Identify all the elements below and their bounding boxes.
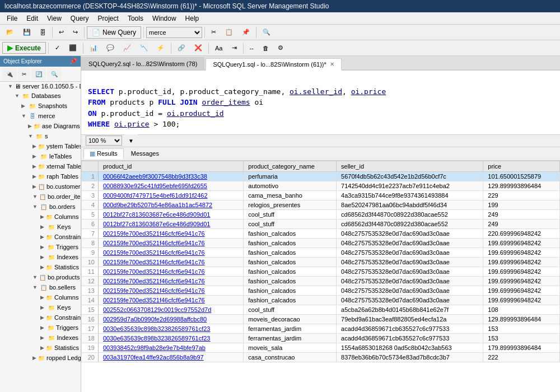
sidebar-item-orders[interactable]: ▼ 📋 bo.orders bbox=[0, 202, 81, 212]
database-dropdown[interactable]: merce bbox=[146, 27, 202, 38]
filter-btn[interactable]: 🔍 bbox=[47, 68, 62, 80]
cell-product-id[interactable]: 002159fe700ed3521f46cfcf6e941c76 bbox=[99, 238, 244, 248]
results-tab[interactable]: ▦ Results bbox=[83, 148, 124, 159]
parse-btn[interactable]: ✓ bbox=[51, 42, 64, 54]
sidebar-item-order-items[interactable]: ▼ 📋 bo.order_items bbox=[0, 192, 81, 202]
sidebar-item-statistics-1[interactable]: ▶ 📁 Statistics bbox=[0, 262, 81, 272]
sidebar-item-graph-tables[interactable]: ▶ 📁 raph Tables bbox=[0, 171, 81, 181]
cell-product-id[interactable]: 0012bf27c813603687e6ce486d909d01 bbox=[99, 209, 244, 219]
comment-btn[interactable]: -- bbox=[246, 42, 258, 54]
sidebar-item-triggers-1[interactable]: ▶ 📁 Triggers bbox=[0, 242, 81, 252]
zoom-dropdown[interactable]: 100 % 75 % 125 % 150 % bbox=[86, 136, 122, 146]
search-btn[interactable]: 🔍 bbox=[259, 26, 274, 39]
sidebar-item-external-tables[interactable]: ▶ 📁 xternal Tables bbox=[0, 161, 81, 171]
sidebar-item-snapshots[interactable]: ▶ 📁 Snapshots bbox=[0, 101, 81, 111]
menu-tools[interactable]: Tools bbox=[123, 13, 148, 24]
sidebar-item-keys-2[interactable]: ▶ 📁 Keys bbox=[0, 302, 81, 312]
cell-product-id[interactable]: 0030e635639c898b323826589761cf23 bbox=[99, 324, 244, 333]
sidebar-item-merce[interactable]: ▼ 🗄 merce bbox=[0, 111, 81, 121]
cell-product-id[interactable]: 0030e635639c898b323826589761cf23 bbox=[99, 333, 244, 343]
client-stats-btn[interactable]: 📉 bbox=[136, 42, 152, 54]
cell-product-id[interactable]: 002159fe700ed3521f46cfcf6e941c76 bbox=[99, 286, 244, 295]
cell-product-id[interactable]: 000d9be29b5207b54e86aa1b1ac54872 bbox=[99, 200, 244, 209]
menu-file[interactable]: File bbox=[2, 13, 22, 24]
cell-product-id[interactable]: 002159fe700ed3521f46cfcf6e941c76 bbox=[99, 276, 244, 286]
save-all-btn[interactable]: 🗄 bbox=[36, 26, 50, 39]
cell-product-id[interactable]: 002959d7a0b0990fe2d69988affcbc80 bbox=[99, 314, 244, 324]
sidebar-item-sellers[interactable]: ▼ 📋 bo.sellers bbox=[0, 282, 81, 292]
sidebar-item-diagrams[interactable]: ▶ 📁 ase Diagrams bbox=[0, 121, 81, 131]
cell-product-id[interactable]: 00066f42aeeb9f3007548bb9d3f33c38 bbox=[99, 171, 244, 181]
cell-product-id[interactable]: 002159fe700ed3521f46cfcf6e941c76 bbox=[99, 295, 244, 305]
cut-btn[interactable]: ✂ bbox=[207, 26, 220, 39]
sidebar-item-statistics-2[interactable]: ▶ 📁 Statistics bbox=[0, 343, 81, 353]
cell-product-id[interactable]: 002159fe700ed3521f46cfcf6e941c76 bbox=[99, 267, 244, 276]
menu-help[interactable]: Help bbox=[181, 13, 204, 24]
cell-product-id[interactable]: 003a31970fea14ffe92ac856b8a9b97 bbox=[99, 352, 244, 362]
menu-window[interactable]: Window bbox=[148, 13, 181, 24]
copy-btn[interactable]: 📋 bbox=[221, 26, 237, 39]
indent-btn[interactable]: ⇥ bbox=[228, 42, 241, 54]
undo-btn[interactable]: ↩ bbox=[55, 26, 68, 39]
sidebar-pin-icon[interactable]: 📌 bbox=[69, 58, 77, 65]
cell-product-id[interactable]: 002159fe700ed3521f46cfcf6e941c76 bbox=[99, 257, 244, 267]
messages-btn[interactable]: 💬 bbox=[102, 42, 118, 54]
sidebar-item-dropped-ledger[interactable]: ▶ 📁 ropped Ledger Tables bbox=[0, 353, 81, 363]
save-btn[interactable]: 💾 bbox=[19, 26, 35, 39]
options-btn[interactable]: ⚙ bbox=[274, 42, 287, 54]
sidebar-item-databases[interactable]: ▼ 📁 Databases bbox=[0, 91, 81, 101]
format-btn[interactable]: Aa bbox=[211, 42, 226, 54]
connection-btn[interactable]: 🔗 bbox=[174, 42, 189, 54]
sidebar-item-constraints-1[interactable]: ▶ 📁 Constraints bbox=[0, 232, 81, 242]
col-category[interactable]: product_category_name bbox=[244, 161, 337, 171]
sidebar-item-triggers-2[interactable]: ▶ 📁 Triggers bbox=[0, 323, 81, 333]
menu-edit[interactable]: Edit bbox=[22, 13, 43, 24]
col-price[interactable]: price bbox=[483, 161, 560, 171]
cell-product-id[interactable]: 0012bf27c813603687e6ce486d909d01 bbox=[99, 219, 244, 228]
tab-close-icon[interactable]: ✕ bbox=[330, 61, 334, 67]
sidebar-server[interactable]: ▼ 🖥 server 16.0.1050.5 - DESKTO bbox=[0, 82, 81, 91]
col-seller-id[interactable]: seller_id bbox=[337, 161, 483, 171]
include-actual-plan-btn[interactable]: 📈 bbox=[119, 42, 135, 54]
tab-query2[interactable]: SQLQuery2.sql - lo...82S\Winstorm (78) bbox=[81, 57, 204, 69]
menu-query[interactable]: Query bbox=[66, 13, 94, 24]
disconnect-btn[interactable]: ❌ bbox=[190, 42, 206, 54]
sidebar-item-indexes-2[interactable]: ▶ 📁 Indexes bbox=[0, 333, 81, 343]
connect-btn[interactable]: 🔌 bbox=[2, 68, 17, 80]
menu-project[interactable]: Project bbox=[94, 13, 123, 24]
query-editor[interactable]: SELECT p.product_id, p.product_category_… bbox=[81, 71, 560, 135]
redo-btn[interactable]: ↪ bbox=[69, 26, 82, 39]
cell-product-id[interactable]: 003938452c98f9ab28e9e7b4bfe97ab bbox=[99, 343, 244, 352]
col-product-id[interactable]: product_id bbox=[99, 161, 244, 171]
disconnect-oe-btn[interactable]: ✂ bbox=[18, 68, 30, 80]
io-stats-btn[interactable]: ⚡ bbox=[153, 42, 169, 54]
sidebar-item-system-tables[interactable]: ▶ 📁 ystem Tables bbox=[0, 141, 81, 151]
results-btn[interactable]: 📊 bbox=[86, 42, 101, 54]
results-grid[interactable]: product_id product_category_name seller_… bbox=[81, 161, 560, 393]
sidebar-item-tables[interactable]: ▼ 📁 s bbox=[0, 131, 81, 141]
refresh-btn[interactable]: 🔄 bbox=[31, 68, 46, 80]
cell-product-id[interactable]: 0009400fd7479715e4bef61dd91f2462 bbox=[99, 190, 244, 200]
sidebar-item-columns-2[interactable]: ▶ 📁 Columns bbox=[0, 292, 81, 302]
open-btn[interactable]: 📂 bbox=[2, 26, 18, 39]
cell-product-id[interactable]: 002552c0663708129c0019cc97552d7d bbox=[99, 305, 244, 314]
uncomment-btn[interactable]: 🗑 bbox=[259, 42, 273, 54]
sidebar-item-keys-1[interactable]: ▶ 📁 Keys bbox=[0, 222, 81, 232]
paste-btn[interactable]: 📌 bbox=[238, 26, 254, 39]
zoom-dropdown-arrow[interactable]: ▼ bbox=[124, 134, 138, 147]
tab-query1[interactable]: SQLQuery1.sql - lo...82S\Winstorm (61))*… bbox=[206, 58, 341, 71]
new-query-button[interactable]: 📄 New Query bbox=[87, 26, 141, 39]
menu-view[interactable]: View bbox=[43, 13, 66, 24]
cell-product-id[interactable]: 00088930e925c41fd95ebfe695fd2655 bbox=[99, 181, 244, 190]
sidebar-item-constraints-2[interactable]: ▶ 📁 Constraints bbox=[0, 312, 81, 323]
stop-btn[interactable]: ⬛ bbox=[65, 42, 81, 54]
execute-button[interactable]: ▶ Execute bbox=[2, 42, 46, 54]
sidebar-item-columns-1[interactable]: ▶ 📁 Columns bbox=[0, 212, 81, 222]
cell-product-id[interactable]: 002159fe700ed3521f46cfcf6e941c76 bbox=[99, 228, 244, 238]
messages-tab[interactable]: Messages bbox=[125, 148, 165, 158]
sidebar-item-indexes-1[interactable]: ▶ 📁 Indexes bbox=[0, 252, 81, 262]
cell-product-id[interactable]: 002159fe700ed3521f46cfcf6e941c76 bbox=[99, 248, 244, 257]
sidebar-item-file-tables[interactable]: ▶ 📁 leTables bbox=[0, 151, 81, 161]
sidebar-item-customers[interactable]: ▶ 📋 bo.customers bbox=[0, 181, 81, 192]
sidebar-item-products[interactable]: ▼ 📋 bo.products bbox=[0, 272, 81, 282]
